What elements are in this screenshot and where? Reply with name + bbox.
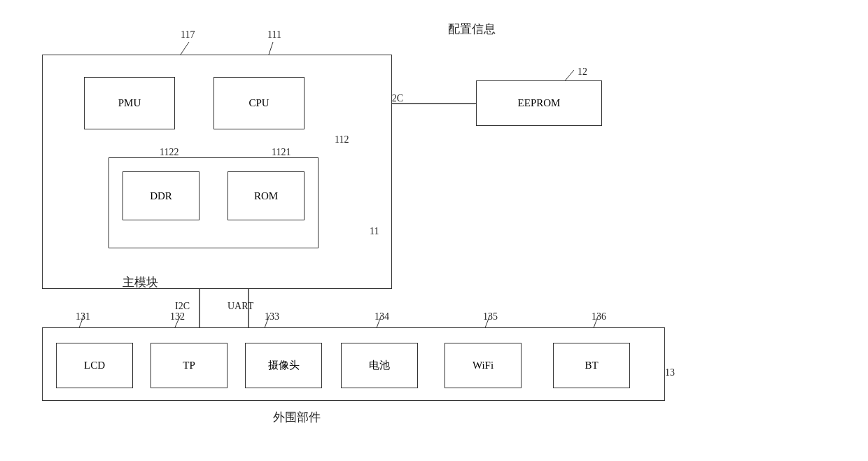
ref-136: 136 xyxy=(592,311,606,322)
ref-112: 112 xyxy=(335,134,349,146)
uart-label: UART xyxy=(227,301,253,312)
bt-label: BT xyxy=(584,360,598,371)
lcd-box: LCD xyxy=(56,343,133,388)
ref-135: 135 xyxy=(483,311,498,322)
ref-117: 117 xyxy=(181,29,195,41)
ref-1121: 1121 xyxy=(272,147,290,158)
pmu-label: PMU xyxy=(118,97,141,109)
ddr-box: DDR xyxy=(122,171,200,220)
ref-131: 131 xyxy=(76,311,90,322)
pmu-box: PMU xyxy=(84,77,175,129)
cpu-label: CPU xyxy=(248,97,269,109)
ddr-label: DDR xyxy=(150,190,172,202)
lcd-label: LCD xyxy=(84,360,105,371)
battery-box: 电池 xyxy=(341,343,418,388)
i2c-bottom-label: I2C xyxy=(175,301,190,312)
camera-label: 摄像头 xyxy=(268,359,300,372)
wifi-label: WiFi xyxy=(472,360,493,371)
camera-box: 摄像头 xyxy=(245,343,322,388)
ref-13: 13 xyxy=(665,367,675,378)
main-module-label: 主模块 xyxy=(122,274,158,290)
tp-box: TP xyxy=(150,343,227,388)
ref-133: 133 xyxy=(265,311,279,322)
ref-134: 134 xyxy=(374,311,389,322)
ref-111: 111 xyxy=(267,29,281,41)
battery-label: 电池 xyxy=(369,359,390,372)
ref-132: 132 xyxy=(170,311,185,322)
peripheral-label: 外围部件 xyxy=(273,409,321,425)
wifi-box: WiFi xyxy=(444,343,522,388)
rom-box: ROM xyxy=(227,171,304,220)
eeprom-box: EEPROM xyxy=(476,80,602,126)
ref-11: 11 xyxy=(370,226,379,237)
rom-label: ROM xyxy=(254,190,278,202)
cpu-box: CPU xyxy=(214,77,304,129)
bt-box: BT xyxy=(553,343,630,388)
config-info-label: 配置信息 xyxy=(448,21,496,37)
ref-12: 12 xyxy=(578,66,587,78)
tp-label: TP xyxy=(183,360,195,371)
diagram: 配置信息 EEPROM 12 I2C 主模块 PMU CPU DDR ROM 1… xyxy=(0,0,868,461)
eeprom-label: EEPROM xyxy=(518,97,561,109)
ref-1122: 1122 xyxy=(160,147,178,158)
